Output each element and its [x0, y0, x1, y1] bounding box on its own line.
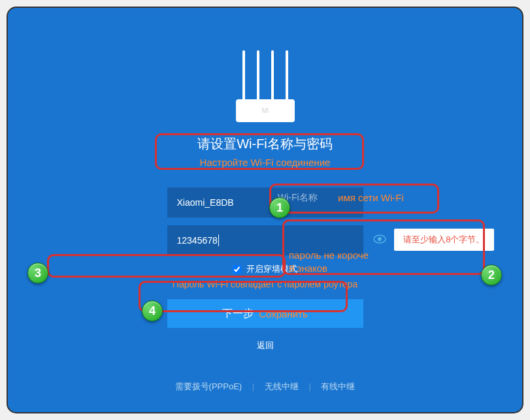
badge-1: 1	[269, 197, 290, 218]
badge-3: 3	[27, 263, 48, 283]
save-label: Сохранить	[259, 308, 308, 319]
svg-rect-4	[271, 50, 274, 101]
wall-mode-checkbox[interactable]	[233, 265, 241, 274]
svg-rect-2	[242, 50, 245, 101]
wifi-name-field[interactable]	[177, 197, 354, 208]
eye-icon[interactable]	[373, 234, 386, 246]
password-annotation-1: пароль не короче	[289, 250, 369, 261]
footer-wired[interactable]: 有线中继	[317, 381, 359, 391]
setup-panel: MI 请设置Wi-Fi名称与密码 Настройте Wi-Fi соедине…	[7, 7, 523, 413]
footer-wireless[interactable]: 无线中继	[261, 381, 303, 391]
next-button[interactable]: 下一步 Сохранить	[167, 299, 363, 328]
next-button-label: 下一步	[222, 307, 254, 321]
footer-links: 需要拨号(PPPoE) | 无线中继 | 有线中继	[171, 381, 359, 393]
wall-mode-checkbox-row[interactable]: 开启穿墙模式	[148, 263, 383, 275]
text-cursor	[218, 234, 219, 246]
page-title: 请设置Wi-Fi名称与密码	[148, 135, 383, 153]
wifi-password-value: 12345678	[177, 235, 218, 246]
divider: |	[248, 381, 258, 391]
wifi-name-annotation: имя сети Wi-Fi	[338, 192, 404, 203]
same-password-note: Пароль Wi-Fi совпадает с паролем роутера	[148, 279, 383, 289]
router-icon: MI	[220, 44, 311, 129]
badge-2: 2	[481, 265, 502, 285]
badge-4: 4	[142, 300, 163, 321]
svg-rect-3	[257, 50, 259, 101]
divider: |	[305, 381, 314, 391]
svg-rect-5	[286, 50, 288, 101]
svg-point-7	[378, 237, 382, 241]
svg-text:MI: MI	[261, 107, 269, 114]
password-annotation-2: 8 знаков	[289, 263, 327, 274]
page-subtitle: Настройте Wi-Fi соединение	[148, 157, 383, 168]
footer-pppoe[interactable]: 需要拨号(PPPoE)	[171, 381, 246, 391]
back-link[interactable]: 返回	[257, 340, 274, 351]
wifi-name-input[interactable]	[167, 187, 363, 218]
password-error: 请至少输入8个字节。	[394, 229, 493, 251]
